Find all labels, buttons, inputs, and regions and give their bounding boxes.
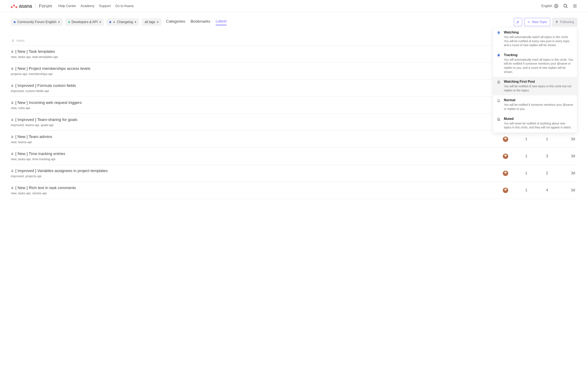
svg-point-4 [498, 82, 499, 82]
dropdown-option-muted[interactable]: Muted You will never be notified of anyt… [493, 114, 577, 133]
lock-icon [11, 152, 14, 155]
topic-replies: 1 [517, 171, 536, 175]
dropdown-option-title: Muted [504, 117, 573, 121]
topic-row[interactable]: [ New ] Time tracking entries new, tasks… [11, 148, 577, 165]
topic-title: [ New ] Incoming web request triggers [15, 100, 82, 105]
dropdown-option-desc: You will be notified of new topics in th… [504, 84, 573, 93]
lock-icon [11, 101, 14, 104]
tags-filter[interactable]: all tags [142, 18, 161, 26]
dropdown-option-normal[interactable]: Normal You will be notified if someone m… [493, 95, 577, 114]
topic-title: [ New ] Rich text in task comments [15, 186, 76, 190]
bell-outline-icon [497, 99, 501, 103]
topic-title: [ Improved ] Team-sharing for goals [15, 117, 77, 122]
topic-tags: improved, projects-api [11, 174, 494, 178]
nav-help-center[interactable]: Help Center [58, 4, 76, 8]
dropdown-option-watching[interactable]: Watching You will automatically watch al… [493, 28, 577, 50]
new-topic-label: New Topic [532, 20, 547, 24]
lock-icon [11, 186, 14, 189]
dropdown-option-watching-first-post[interactable]: Watching First Post You will be notified… [493, 77, 577, 95]
chevron-right-icon [157, 21, 158, 23]
bell-icon [497, 54, 501, 57]
topic-row[interactable]: [ New ] Rich text in task comments new, … [11, 182, 577, 199]
search-button[interactable] [563, 3, 568, 9]
topic-title: [ New ] Team admins [15, 135, 52, 139]
brand-logo[interactable]: asana [11, 3, 32, 9]
wrench-icon [516, 20, 520, 24]
topic-column-label: TOPIC [16, 39, 25, 42]
bell-dot-icon [497, 80, 501, 84]
lock-icon [11, 67, 14, 70]
category-filter-3-label: Changelog [117, 20, 133, 24]
lock-icon [11, 84, 14, 87]
top-nav: Help Center Academy Support Go to Asana [58, 4, 133, 8]
following-label: Following [560, 20, 574, 24]
topic-row[interactable]: [ Improved ] Team-sharing for goals impr… [11, 114, 577, 131]
author-avatar[interactable] [503, 154, 508, 159]
topic-title: [ New ] Task templates [15, 49, 55, 54]
site-name[interactable]: Forum [39, 3, 52, 9]
lock-icon [113, 21, 115, 23]
topic-row[interactable]: [ New ] Project memberships access level… [11, 62, 577, 80]
topic-row[interactable]: [ New ] Team admins new, teams-api 1 1 3… [11, 131, 577, 148]
topic-views: 3 [538, 154, 556, 158]
topic-list-header: TOPIC [11, 26, 577, 45]
dropdown-option-desc: You will automatically watch all topics … [504, 35, 573, 47]
globe-icon [554, 4, 558, 8]
language-selector[interactable]: English [541, 4, 558, 8]
new-topic-button[interactable]: New Topic [524, 18, 550, 26]
topic-row[interactable]: [ Improved ] Variables assignees in proj… [11, 165, 577, 182]
svg-rect-2 [498, 32, 499, 33]
tab-bookmarks[interactable]: Bookmarks [190, 19, 210, 25]
topic-tags: new, tasks-api, stories-api [11, 191, 494, 195]
topic-replies: 1 [517, 188, 536, 192]
topic-tags: improved, teams-api, goals-api [11, 123, 494, 127]
asana-logo-icon [11, 5, 17, 7]
category-filter-2-label: Developers & API [72, 20, 98, 24]
topic-tags: new, tasks-api, time-tracking-api [11, 157, 494, 161]
topic-row[interactable]: [ Improved ] Formula custom fields impro… [11, 80, 577, 97]
bell-off-icon [497, 117, 501, 121]
following-button[interactable]: Following [552, 18, 577, 26]
topic-row[interactable]: [ New ] Incoming web request triggers ne… [11, 97, 577, 114]
author-avatar[interactable] [503, 171, 508, 176]
dropdown-option-title: Watching [504, 31, 573, 34]
nav-academy[interactable]: Academy [81, 4, 94, 8]
topic-views: 1 [538, 137, 556, 141]
plus-icon [527, 21, 530, 23]
category-filter-3[interactable]: Changelog [106, 18, 139, 26]
topic-title: [ Improved ] Formula custom fields [15, 83, 76, 88]
language-label: English [541, 4, 552, 8]
topic-tags: new, rules-api [11, 106, 494, 110]
topic-views: 2 [538, 171, 556, 175]
notification-level-dropdown: Watching You will automatically watch al… [493, 27, 577, 133]
tags-filter-label: all tags [145, 20, 155, 24]
author-avatar[interactable] [503, 136, 508, 142]
hamburger-icon [573, 4, 577, 8]
chevron-right-icon [135, 21, 136, 23]
topic-age: 3d [558, 171, 577, 175]
list-icon [11, 39, 14, 42]
tab-categories[interactable]: Categories [166, 19, 185, 25]
lock-icon [11, 50, 14, 53]
topic-tags: projects-api, memberships-api [11, 72, 494, 76]
nav-support[interactable]: Support [99, 4, 111, 8]
category-filter-1[interactable]: Community Forum English [11, 18, 63, 26]
admin-wrench-button[interactable] [514, 18, 522, 26]
nav-go-to-asana[interactable]: Go to Asana [115, 4, 134, 8]
lock-icon [11, 135, 14, 138]
menu-button[interactable] [573, 4, 577, 8]
bell-icon [555, 21, 558, 23]
tab-latest[interactable]: Latest [216, 19, 226, 25]
chevron-right-icon [59, 21, 60, 23]
topic-title: [ New ] Project memberships access level… [15, 66, 90, 71]
svg-rect-3 [498, 33, 499, 33]
topic-row[interactable]: [ New ] Task templates new, tasks-api, t… [11, 45, 577, 62]
dropdown-option-tracking[interactable]: Tracking You will automatically track al… [493, 50, 577, 77]
brand-name: asana [19, 3, 32, 9]
category-filter-2[interactable]: Developers & API [65, 18, 104, 26]
category-filter-1-label: Community Forum English [17, 20, 56, 24]
dropdown-option-title: Tracking [504, 53, 573, 57]
topic-tags: new, teams-api [11, 140, 494, 144]
lock-icon [11, 169, 14, 172]
author-avatar[interactable] [503, 188, 508, 193]
